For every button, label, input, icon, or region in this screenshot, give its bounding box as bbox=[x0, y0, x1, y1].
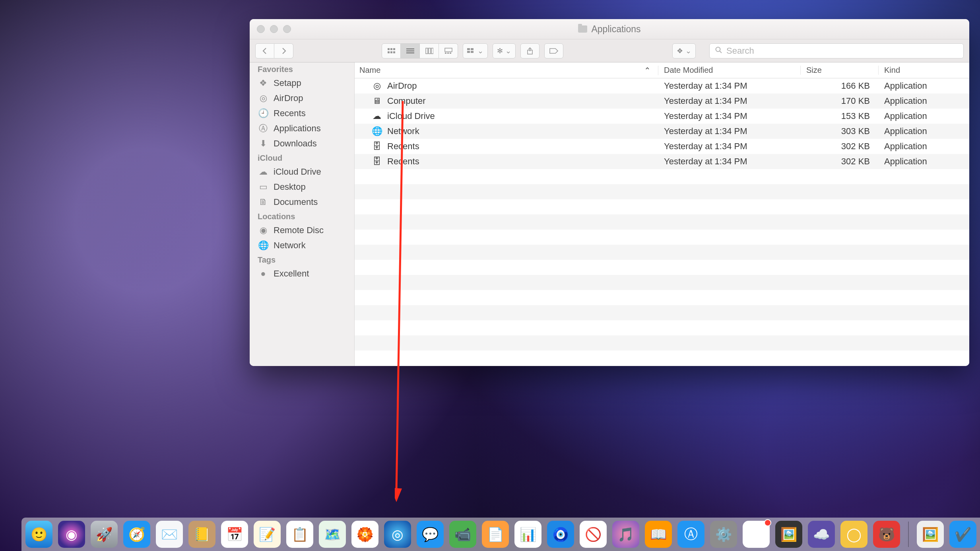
column-date[interactable]: Date Modified bbox=[658, 66, 801, 75]
gallery-view-button[interactable] bbox=[439, 43, 458, 58]
minimize-button[interactable] bbox=[270, 25, 278, 33]
forward-button[interactable] bbox=[274, 43, 293, 58]
sidebar-item-remote-disc[interactable]: ◉Remote Disc bbox=[250, 223, 354, 238]
notification-badge bbox=[764, 519, 771, 526]
svg-rect-14 bbox=[447, 53, 449, 54]
dock-app-launchpad[interactable]: 🚀 bbox=[91, 521, 118, 548]
dropbox-button[interactable]: ❖⌄ bbox=[672, 43, 696, 58]
dock-app-ibooks[interactable]: 📖 bbox=[645, 521, 672, 548]
sidebar-item-setapp[interactable]: ❖Setapp bbox=[250, 76, 354, 91]
dock-app-setapp[interactable]: S bbox=[743, 521, 770, 548]
svg-rect-15 bbox=[450, 53, 451, 54]
file-list: Name⌃ Date Modified Size Kind ◎AirDropYe… bbox=[355, 62, 969, 366]
dock-app-notes[interactable]: 📝 bbox=[254, 521, 281, 548]
file-date: Yesterday at 1:34 PM bbox=[658, 126, 801, 136]
list-view-button[interactable] bbox=[401, 43, 420, 58]
svg-rect-11 bbox=[431, 48, 433, 54]
dock-app-bear[interactable]: 🐻 bbox=[873, 521, 900, 548]
sidebar-item-network[interactable]: 🌐Network bbox=[250, 238, 354, 253]
file-kind: Application bbox=[879, 156, 969, 167]
zoom-button[interactable] bbox=[283, 25, 291, 33]
dock-app-safari[interactable]: 🧭 bbox=[123, 521, 150, 548]
share-button[interactable] bbox=[520, 43, 539, 58]
sidebar-item-airdrop[interactable]: ◎AirDrop bbox=[250, 91, 354, 106]
dock-app-oval[interactable]: ◯ bbox=[840, 521, 867, 548]
table-row[interactable]: 🌐NetworkYesterday at 1:34 PM303 KBApplic… bbox=[355, 124, 969, 139]
table-row[interactable]: ☁iCloud DriveYesterday at 1:34 PM153 KBA… bbox=[355, 109, 969, 124]
dock-app-maps[interactable]: 🗺️ bbox=[319, 521, 346, 548]
column-headers: Name⌃ Date Modified Size Kind bbox=[355, 62, 969, 78]
table-row bbox=[355, 290, 969, 305]
column-name[interactable]: Name⌃ bbox=[355, 66, 658, 75]
search-field[interactable]: Search bbox=[709, 43, 964, 58]
dock-app-messages[interactable]: 💬 bbox=[417, 521, 444, 548]
dock-app-finder[interactable]: 🙂 bbox=[25, 521, 52, 548]
icon-view-button[interactable] bbox=[382, 43, 401, 58]
dock-app-cloudapp[interactable]: ☁️ bbox=[808, 521, 835, 548]
group-by-button[interactable]: ⌄ bbox=[463, 43, 488, 58]
column-size[interactable]: Size bbox=[801, 66, 879, 75]
dock-app-mail[interactable]: ✉️ bbox=[156, 521, 183, 548]
search-icon bbox=[715, 46, 722, 56]
sidebar-item-excellent[interactable]: ●Excellent bbox=[250, 266, 354, 281]
file-icon: 🌐 bbox=[372, 127, 382, 136]
desktop: Applications ⌄ ✻⌄ ❖⌄ Search bbox=[0, 0, 980, 551]
network-icon: 🌐 bbox=[258, 241, 269, 250]
table-row[interactable]: ◎AirDropYesterday at 1:34 PM166 KBApplic… bbox=[355, 78, 969, 93]
sidebar-item-desktop[interactable]: ▭Desktop bbox=[250, 179, 354, 195]
table-row[interactable]: 🗄RecentsYesterday at 1:34 PM302 KBApplic… bbox=[355, 139, 969, 154]
file-icon: ◎ bbox=[372, 82, 382, 90]
table-row bbox=[355, 366, 969, 366]
svg-rect-3 bbox=[388, 51, 390, 53]
view-switcher bbox=[382, 43, 458, 58]
table-row[interactable]: 🖥ComputerYesterday at 1:34 PM170 KBAppli… bbox=[355, 93, 969, 109]
file-icon: 🗄 bbox=[372, 142, 382, 151]
dock-app-app-store[interactable]: Ⓐ bbox=[677, 521, 704, 548]
svg-rect-18 bbox=[467, 51, 470, 53]
window-title: Applications bbox=[250, 24, 969, 35]
tags-button[interactable] bbox=[544, 43, 563, 58]
file-size: 153 KB bbox=[801, 111, 879, 121]
column-view-button[interactable] bbox=[420, 43, 439, 58]
dock-app-numbers[interactable]: 📊 bbox=[514, 521, 541, 548]
table-row bbox=[355, 214, 969, 230]
back-button[interactable] bbox=[255, 43, 274, 58]
setapp-icon: ❖ bbox=[258, 78, 269, 88]
close-button[interactable] bbox=[257, 25, 265, 33]
svg-rect-0 bbox=[388, 48, 390, 50]
downloads-icon: ⬇ bbox=[258, 139, 269, 148]
sidebar-item-downloads[interactable]: ⬇Downloads bbox=[250, 136, 354, 151]
folder-icon bbox=[578, 25, 587, 33]
airdrop-icon: ◎ bbox=[258, 93, 269, 103]
sidebar-item-applications[interactable]: ⒶApplications bbox=[250, 121, 354, 136]
table-row[interactable]: 🗄RecentsYesterday at 1:34 PM302 KBApplic… bbox=[355, 154, 969, 169]
titlebar[interactable]: Applications bbox=[250, 19, 969, 39]
dock-app-airdrop[interactable]: ◎ bbox=[384, 521, 411, 548]
dock-app-reminders[interactable]: 📋 bbox=[286, 521, 313, 548]
dock-app-news[interactable]: 🚫 bbox=[580, 521, 607, 548]
sidebar-item-documents[interactable]: 🗎Documents bbox=[250, 195, 354, 210]
dock-app-facetime[interactable]: 📹 bbox=[449, 521, 476, 548]
file-icon: 🖥 bbox=[372, 97, 382, 105]
dock-app-preview[interactable]: 🖼️ bbox=[917, 521, 944, 548]
dock-app-things[interactable]: ✔️ bbox=[949, 521, 976, 548]
sidebar-item-label: Setapp bbox=[274, 78, 301, 88]
sidebar-item-icloud-drive[interactable]: ☁iCloud Drive bbox=[250, 164, 354, 179]
dock-app-keynote[interactable]: 🧿 bbox=[547, 521, 574, 548]
dock-app-system-preferences[interactable]: ⚙️ bbox=[710, 521, 737, 548]
dock-app-siri[interactable]: ◉ bbox=[58, 521, 85, 548]
file-size: 170 KB bbox=[801, 96, 879, 106]
dock-app-image-capture[interactable]: 🖼️ bbox=[775, 521, 802, 548]
dock-app-itunes[interactable]: 🎵 bbox=[612, 521, 639, 548]
file-kind: Application bbox=[879, 141, 969, 152]
dock-app-photos[interactable]: 🏵️ bbox=[351, 521, 378, 548]
file-kind: Application bbox=[879, 96, 969, 106]
dock-app-contacts[interactable]: 📒 bbox=[188, 521, 215, 548]
finder-window: Applications ⌄ ✻⌄ ❖⌄ Search bbox=[250, 19, 969, 366]
sidebar-item-recents[interactable]: 🕘Recents bbox=[250, 106, 354, 121]
column-kind[interactable]: Kind bbox=[879, 66, 969, 75]
dock-app-pages[interactable]: 📄 bbox=[482, 521, 509, 548]
dock-app-calendar[interactable]: 📅 bbox=[221, 521, 248, 548]
sidebar-item-label: Documents bbox=[274, 197, 318, 207]
action-menu-button[interactable]: ✻⌄ bbox=[493, 43, 516, 58]
